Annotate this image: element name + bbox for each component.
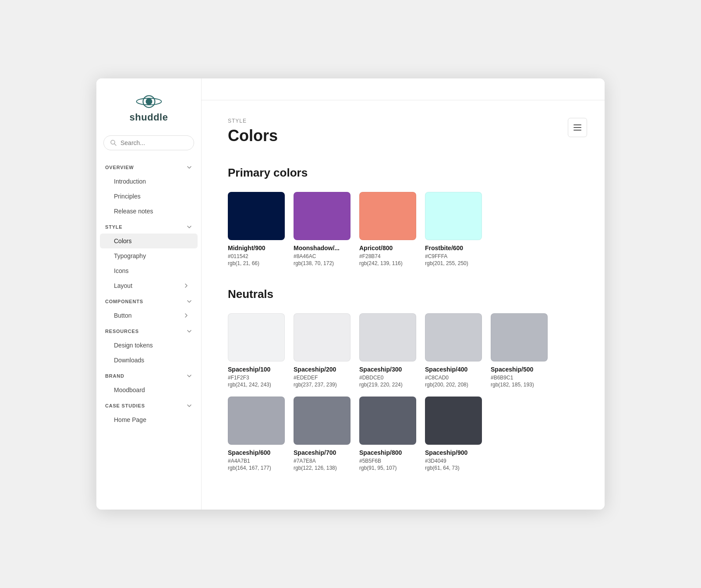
sidebar-item-introduction[interactable]: Introduction <box>100 174 198 189</box>
color-hex-frostbite-600: #C9FFFA <box>425 253 482 259</box>
color-swatch-spaceship-600 <box>228 397 285 445</box>
color-name-spaceship-400: Spaceship/400 <box>425 366 482 373</box>
color-card-midnight-900: Midnight/900 #011542 rgb(1, 21, 66) <box>228 192 285 266</box>
color-name-apricot-800: Apricot/800 <box>359 244 416 251</box>
color-swatch-spaceship-400 <box>425 313 482 361</box>
svg-line-4 <box>114 144 116 145</box>
color-name-spaceship-200: Spaceship/200 <box>294 366 350 373</box>
color-hex-moonshadow: #8A46AC <box>294 253 350 259</box>
color-card-spaceship-200: Spaceship/200 #EDEDEF rgb(237, 237, 239) <box>294 313 350 388</box>
search-input[interactable] <box>120 139 188 146</box>
color-card-spaceship-400: Spaceship/400 #C8CAD0 rgb(200, 202, 208) <box>425 313 482 388</box>
chevron-right-icon <box>184 283 189 288</box>
chevron-down-icon <box>186 224 192 230</box>
color-name-frostbite-600: Frostbite/600 <box>425 244 482 251</box>
sidebar-item-layout[interactable]: Layout <box>100 278 198 293</box>
color-swatch-spaceship-100 <box>228 313 285 361</box>
color-grid-neutrals: Spaceship/100 #F1F2F3 rgb(241, 242, 243)… <box>228 313 578 471</box>
color-name-spaceship-100: Spaceship/100 <box>228 366 285 373</box>
color-name-midnight-900: Midnight/900 <box>228 244 285 251</box>
sidebar-item-icons[interactable]: Icons <box>100 263 198 278</box>
menu-lines-icon <box>573 124 582 131</box>
color-card-spaceship-900: Spaceship/900 #3D4049 rgb(61, 64, 73) <box>425 397 482 471</box>
color-rgb-spaceship-800: rgb(91, 95, 107) <box>359 465 416 471</box>
top-bar <box>202 78 605 100</box>
color-hex-spaceship-700: #7A7E8A <box>294 458 350 464</box>
sidebar-section-components[interactable]: COMPONENTS <box>96 293 201 308</box>
color-rgb-spaceship-300: rgb(219, 220, 224) <box>359 382 416 388</box>
chevron-right-icon <box>184 313 189 318</box>
sidebar-section-case-studies[interactable]: CASE STUDIES <box>96 397 201 412</box>
color-rgb-spaceship-400: rgb(200, 202, 208) <box>425 382 482 388</box>
color-rgb-spaceship-900: rgb(61, 64, 73) <box>425 465 482 471</box>
chevron-down-icon <box>186 403 192 409</box>
app-window: shuddle OVERVIEW IntroductionPrinciplesR… <box>96 78 605 510</box>
sidebar-item-home-page[interactable]: Home Page <box>100 412 198 427</box>
color-name-moonshadow: Moonshadow/... <box>294 244 350 251</box>
sidebar-section-resources[interactable]: RESOURCES <box>96 323 201 338</box>
color-name-spaceship-300: Spaceship/300 <box>359 366 416 373</box>
sidebar-item-colors[interactable]: Colors <box>100 234 198 248</box>
color-rgb-frostbite-600: rgb(201, 255, 250) <box>425 260 482 266</box>
color-swatch-spaceship-300 <box>359 313 416 361</box>
color-hex-spaceship-600: #A4A7B1 <box>228 458 285 464</box>
color-swatch-spaceship-700 <box>294 397 350 445</box>
color-hex-midnight-900: #011542 <box>228 253 285 259</box>
color-rgb-spaceship-500: rgb(182, 185, 193) <box>491 382 548 388</box>
color-card-spaceship-700: Spaceship/700 #7A7E8A rgb(122, 126, 138) <box>294 397 350 471</box>
search-box[interactable] <box>103 135 194 150</box>
chevron-down-icon <box>186 373 192 379</box>
color-swatch-spaceship-800 <box>359 397 416 445</box>
color-hex-spaceship-100: #F1F2F3 <box>228 375 285 381</box>
color-name-spaceship-900: Spaceship/900 <box>425 449 482 456</box>
sidebar-item-button[interactable]: Button <box>100 308 198 323</box>
color-rgb-spaceship-100: rgb(241, 242, 243) <box>228 382 285 388</box>
sidebar-section-overview[interactable]: OVERVIEW <box>96 159 201 174</box>
color-swatch-midnight-900 <box>228 192 285 240</box>
color-card-apricot-800: Apricot/800 #F28B74 rgb(242, 139, 116) <box>359 192 416 266</box>
content-area: STYLE Colors Primary colors Midnight/900… <box>202 100 605 510</box>
chevron-down-icon <box>186 328 192 334</box>
svg-point-2 <box>145 98 152 105</box>
sidebar-item-downloads[interactable]: Downloads <box>100 353 198 368</box>
color-rgb-spaceship-200: rgb(237, 237, 239) <box>294 382 350 388</box>
color-hex-spaceship-400: #C8CAD0 <box>425 375 482 381</box>
color-name-spaceship-800: Spaceship/800 <box>359 449 416 456</box>
app-name: shuddle <box>130 112 168 123</box>
color-rgb-moonshadow: rgb(138, 70, 172) <box>294 260 350 266</box>
color-swatch-spaceship-200 <box>294 313 350 361</box>
sidebar-item-typography[interactable]: Typography <box>100 248 198 263</box>
page-title: Colors <box>228 127 578 145</box>
logo-icon <box>136 92 162 110</box>
section-title-neutrals: Neutrals <box>228 287 578 301</box>
color-swatch-spaceship-900 <box>425 397 482 445</box>
chevron-down-icon <box>186 298 192 305</box>
color-swatch-apricot-800 <box>359 192 416 240</box>
sidebar-item-release-notes[interactable]: Release notes <box>100 204 198 219</box>
sidebar-item-design-tokens[interactable]: Design tokens <box>100 338 198 353</box>
sidebar-item-principles[interactable]: Principles <box>100 189 198 204</box>
sidebar-nav: OVERVIEW IntroductionPrinciplesRelease n… <box>96 159 201 427</box>
color-grid-primary-colors: Midnight/900 #011542 rgb(1, 21, 66) Moon… <box>228 192 578 266</box>
color-hex-spaceship-300: #DBDCE0 <box>359 375 416 381</box>
section-primary-colors: Primary colors Midnight/900 #011542 rgb(… <box>228 166 578 266</box>
color-hex-spaceship-900: #3D4049 <box>425 458 482 464</box>
color-card-moonshadow: Moonshadow/... #8A46AC rgb(138, 70, 172) <box>294 192 350 266</box>
color-name-spaceship-700: Spaceship/700 <box>294 449 350 456</box>
color-sections: Primary colors Midnight/900 #011542 rgb(… <box>228 166 578 471</box>
color-card-spaceship-600: Spaceship/600 #A4A7B1 rgb(164, 167, 177) <box>228 397 285 471</box>
color-rgb-spaceship-600: rgb(164, 167, 177) <box>228 465 285 471</box>
sidebar-section-style[interactable]: STYLE <box>96 219 201 234</box>
color-rgb-apricot-800: rgb(242, 139, 116) <box>359 260 416 266</box>
color-hex-apricot-800: #F28B74 <box>359 253 416 259</box>
page-label: STYLE <box>228 118 578 124</box>
color-swatch-spaceship-500 <box>491 313 548 361</box>
color-hex-spaceship-500: #B6B9C1 <box>491 375 548 381</box>
toc-button[interactable] <box>568 118 587 137</box>
sidebar-item-moodboard[interactable]: Moodboard <box>100 383 198 397</box>
sidebar-section-brand[interactable]: BRAND <box>96 368 201 383</box>
color-hex-spaceship-200: #EDEDEF <box>294 375 350 381</box>
sidebar: shuddle OVERVIEW IntroductionPrinciplesR… <box>96 78 202 510</box>
color-card-spaceship-300: Spaceship/300 #DBDCE0 rgb(219, 220, 224) <box>359 313 416 388</box>
color-rgb-midnight-900: rgb(1, 21, 66) <box>228 260 285 266</box>
